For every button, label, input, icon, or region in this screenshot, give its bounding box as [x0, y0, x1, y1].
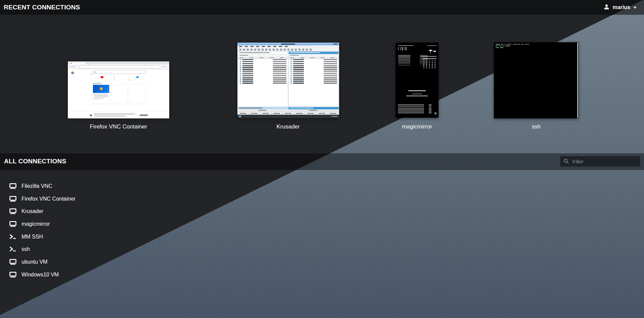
recent-connections-title: RECENT CONNECTIONS [4, 4, 80, 11]
highlights-label [93, 83, 101, 84]
app-header: RECENT CONNECTIONS marius [0, 0, 644, 15]
monitor-icon [9, 221, 16, 227]
panel-status-bar [288, 107, 339, 109]
page-footer [68, 112, 169, 118]
amazon-tile-icon [128, 75, 129, 81]
recent-connection-krusader[interactable] [237, 43, 339, 118]
terminal-prompt-line [496, 46, 510, 46]
caret-down-icon [633, 7, 637, 9]
mm-news-table [398, 104, 431, 114]
recent-connection-firefox-vnc-container[interactable] [68, 61, 169, 118]
mm-temperature [433, 51, 436, 52]
newtab-search-bar [93, 70, 146, 74]
user-icon [603, 4, 610, 11]
terminal-icon [9, 234, 16, 240]
mm-corner-icon [434, 112, 436, 114]
terminal-icon [9, 247, 16, 252]
mm-date-line [398, 45, 414, 46]
window-title-bar [237, 43, 339, 45]
mm-weather-line [421, 56, 436, 57]
mm-compliment-text [408, 90, 426, 91]
terminal-text-line [496, 44, 529, 45]
filter-input[interactable] [560, 156, 640, 167]
menu-bar [237, 45, 339, 48]
connection-item-krusader[interactable]: Krusader [0, 205, 111, 218]
function-key-buttons [237, 112, 339, 115]
terminal-prompt-line [496, 47, 503, 48]
monitor-icon [9, 183, 16, 189]
mm-weather-header [427, 45, 436, 46]
umbrella-weather-icon [428, 49, 433, 55]
connection-item-filezilla-vnc[interactable]: Filezilla VNC [0, 180, 111, 193]
file-panel-left [238, 51, 288, 107]
recent-connection-caption: Firefox VNC Container [65, 123, 172, 130]
mm-clock [398, 47, 407, 50]
mm-subtext [406, 96, 428, 96]
newtab-shortcut-tiles [93, 75, 146, 81]
monitor-icon [9, 272, 16, 278]
all-connections-title: ALL CONNECTIONS [4, 158, 66, 165]
monitor-icon [9, 196, 16, 202]
firefox-tab-icon [71, 63, 72, 64]
connection-item-magicmirror[interactable]: magicmirror [0, 218, 111, 230]
wikipedia-tile-icon [114, 75, 114, 81]
recent-connection-ssh[interactable] [494, 42, 579, 118]
recent-connection-caption: ssh [482, 123, 590, 130]
connection-item-firefox-vnc-container[interactable]: Firefox VNC Container [0, 193, 111, 205]
user-menu[interactable]: marius [603, 4, 637, 11]
monitor-icon [9, 208, 16, 214]
guacamole-home-screen: RECENT CONNECTIONS marius [0, 0, 644, 318]
mm-subtext [412, 94, 422, 94]
highlight-card-empty [111, 85, 128, 104]
firefox-footer-logo [90, 114, 92, 116]
mm-month-header [422, 58, 436, 59]
connection-item-ssh[interactable]: ssh [0, 243, 111, 256]
owner-row [237, 109, 339, 112]
highlight-card [93, 85, 109, 104]
recent-connection-magicmirror[interactable] [396, 43, 439, 118]
connection-item-ubuntu-vm[interactable]: ubuntu VM [0, 256, 111, 268]
all-connections-header: ALL CONNECTIONS [0, 153, 644, 170]
mm-month-grid [422, 60, 436, 69]
username: marius [613, 4, 630, 10]
url-bar [79, 65, 160, 68]
connection-item-windows10-vm[interactable]: Windows10 VM [0, 268, 111, 281]
panel-status-bar [238, 107, 288, 109]
file-panel-right [288, 51, 339, 107]
connection-item-mm-ssh[interactable]: MM SSH [0, 230, 111, 243]
desktop-taskbar [237, 115, 339, 118]
firefox-logo-icon [71, 71, 74, 74]
monitor-icon [9, 259, 16, 265]
twitter-tile-icon [135, 75, 136, 81]
terminal-scrollbar[interactable] [577, 43, 578, 118]
recent-connection-caption: magicmirror [363, 123, 471, 130]
browser-tab-bar [68, 61, 169, 64]
browser-toolbar [68, 64, 169, 69]
recent-connection-caption: Krusader [234, 123, 342, 130]
highlight-card-empty [129, 85, 146, 104]
